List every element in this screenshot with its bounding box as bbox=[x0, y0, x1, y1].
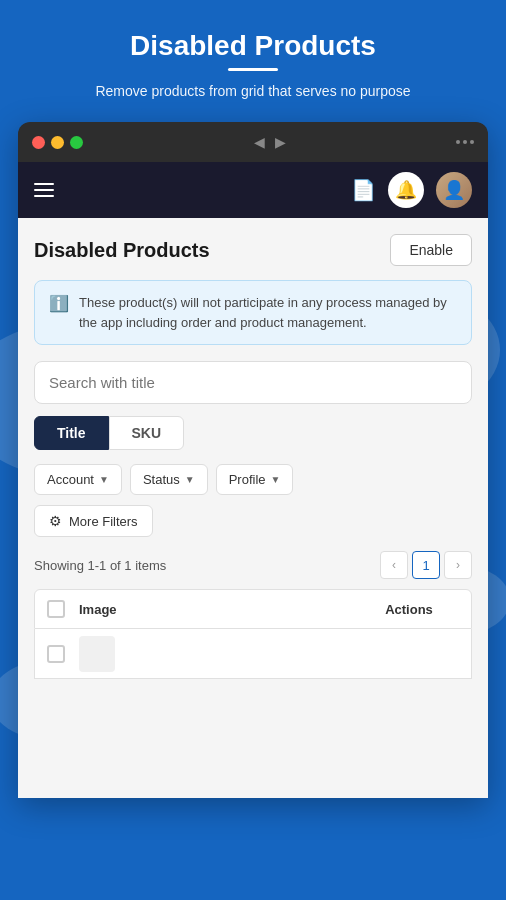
chevron-down-icon: ▼ bbox=[99, 474, 109, 485]
filter-account[interactable]: Account ▼ bbox=[34, 464, 122, 495]
pagination-row: Showing 1-1 of 1 items ‹ 1 › bbox=[34, 551, 472, 579]
chevron-down-icon: ▼ bbox=[271, 474, 281, 485]
document-icon[interactable]: 📄 bbox=[351, 178, 376, 202]
hamburger-menu[interactable] bbox=[34, 183, 54, 197]
content-header: Disabled Products Enable bbox=[34, 234, 472, 266]
title-underline bbox=[228, 68, 278, 71]
browser-titlebar: ◀ ▶ bbox=[18, 122, 488, 162]
column-actions-header: Actions bbox=[359, 602, 459, 617]
tab-sku[interactable]: SKU bbox=[109, 416, 185, 450]
table-row bbox=[34, 629, 472, 679]
bell-icon: 🔔 bbox=[395, 179, 417, 201]
content-title: Disabled Products bbox=[34, 239, 210, 262]
filter-row: Account ▼ Status ▼ Profile ▼ bbox=[34, 464, 472, 495]
info-message: These product(s) will not participate in… bbox=[79, 293, 457, 332]
page-hero-section: Disabled Products Remove products from g… bbox=[0, 0, 506, 122]
more-filters-row: ⚙ More Filters bbox=[34, 505, 472, 537]
avatar-icon: 👤 bbox=[443, 179, 465, 201]
more-filters-button[interactable]: ⚙ More Filters bbox=[34, 505, 153, 537]
filter-account-label: Account bbox=[47, 472, 94, 487]
prev-arrow-icon: ‹ bbox=[392, 558, 396, 572]
table-header: Image Actions bbox=[34, 589, 472, 629]
sliders-icon: ⚙ bbox=[49, 513, 62, 529]
window-controls bbox=[32, 136, 83, 149]
navbar-right-section: 📄 🔔 👤 bbox=[351, 172, 472, 208]
column-image-header: Image bbox=[79, 602, 359, 617]
next-arrow-icon: › bbox=[456, 558, 460, 572]
notification-bell[interactable]: 🔔 bbox=[388, 172, 424, 208]
main-content: Disabled Products Enable ℹ️ These produc… bbox=[18, 218, 488, 798]
maximize-dot[interactable] bbox=[70, 136, 83, 149]
chevron-down-icon: ▼ bbox=[185, 474, 195, 485]
page-1-button[interactable]: 1 bbox=[412, 551, 440, 579]
search-type-tabs: Title SKU bbox=[34, 416, 472, 450]
showing-count: Showing 1-1 of 1 items bbox=[34, 558, 166, 573]
row-checkbox[interactable] bbox=[47, 645, 65, 663]
menu-dot-3 bbox=[470, 140, 474, 144]
back-arrow-icon[interactable]: ◀ bbox=[251, 132, 268, 152]
next-page-button[interactable]: › bbox=[444, 551, 472, 579]
hamburger-line-1 bbox=[34, 183, 54, 185]
info-banner: ℹ️ These product(s) will not participate… bbox=[34, 280, 472, 345]
filter-profile[interactable]: Profile ▼ bbox=[216, 464, 294, 495]
app-navbar: 📄 🔔 👤 bbox=[18, 162, 488, 218]
info-icon: ℹ️ bbox=[49, 294, 69, 332]
search-container bbox=[34, 361, 472, 404]
nav-arrows: ◀ ▶ bbox=[251, 132, 289, 152]
browser-menu-dots[interactable] bbox=[456, 140, 474, 144]
filter-profile-label: Profile bbox=[229, 472, 266, 487]
search-input[interactable] bbox=[34, 361, 472, 404]
filter-status[interactable]: Status ▼ bbox=[130, 464, 208, 495]
close-dot[interactable] bbox=[32, 136, 45, 149]
forward-arrow-icon[interactable]: ▶ bbox=[272, 132, 289, 152]
hamburger-line-2 bbox=[34, 189, 54, 191]
menu-dot-1 bbox=[456, 140, 460, 144]
browser-window: ◀ ▶ 📄 🔔 👤 Disabled Products bbox=[18, 122, 488, 798]
hamburger-line-3 bbox=[34, 195, 54, 197]
filter-status-label: Status bbox=[143, 472, 180, 487]
menu-dot-2 bbox=[463, 140, 467, 144]
page-hero-title: Disabled Products bbox=[20, 30, 486, 62]
pagination-controls: ‹ 1 › bbox=[380, 551, 472, 579]
more-filters-label: More Filters bbox=[69, 514, 138, 529]
page-hero-subtitle: Remove products from grid that serves no… bbox=[20, 81, 486, 102]
tab-title[interactable]: Title bbox=[34, 416, 109, 450]
user-avatar[interactable]: 👤 bbox=[436, 172, 472, 208]
minimize-dot[interactable] bbox=[51, 136, 64, 149]
select-all-checkbox[interactable] bbox=[47, 600, 65, 618]
product-image-thumbnail bbox=[79, 636, 115, 672]
prev-page-button[interactable]: ‹ bbox=[380, 551, 408, 579]
enable-button[interactable]: Enable bbox=[390, 234, 472, 266]
